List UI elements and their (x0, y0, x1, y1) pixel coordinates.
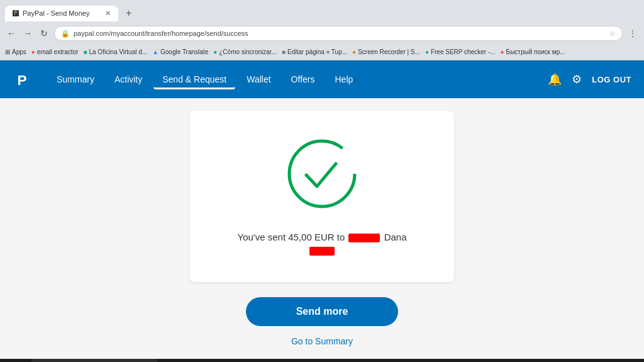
nav-links: Summary Activity Send & Request Wallet O… (48, 69, 548, 89)
tab-close-icon[interactable]: ✕ (105, 9, 111, 18)
bookmarks-bar: ⊞ Apps ● email extractor ■ La Oficina Vi… (0, 44, 644, 60)
go-to-summary-link[interactable]: Go to Summary (291, 336, 353, 346)
nav-wallet[interactable]: Wallet (238, 69, 279, 89)
browser-chrome: 🅿 PayPal - Send Money ✕ + ← → ↻ 🔒 paypal… (0, 0, 644, 60)
main-nav: P Summary Activity Send & Request Wallet… (0, 60, 644, 98)
nav-send-request[interactable]: Send & Request (153, 69, 235, 89)
bookmark-icon-2: ■ (83, 48, 87, 55)
star-icon[interactable]: ☆ (609, 30, 616, 38)
taskbar-b-app[interactable]: B (301, 359, 326, 362)
nav-help[interactable]: Help (326, 69, 362, 89)
success-checkmark (284, 136, 360, 212)
start-button[interactable] (0, 359, 31, 362)
action-buttons: Send more Go to Summary (246, 297, 399, 346)
taskbar-firefox[interactable] (273, 359, 298, 362)
tab-bar: 🅿 PayPal - Send Money ✕ + (0, 0, 644, 23)
bookmark-email-extractor[interactable]: ● email extractor (31, 48, 79, 55)
success-message: You've sent 45,00 EUR to Dana (228, 230, 416, 257)
active-tab[interactable]: 🅿 PayPal - Send Money ✕ (5, 6, 118, 21)
taskbar-mail[interactable] (328, 359, 353, 362)
bookmark-apps[interactable]: ⊞ Apps (5, 48, 26, 55)
taskbar-w-app[interactable]: W (384, 359, 409, 362)
bookmark-icon-1: ● (31, 48, 35, 55)
svg-text:P: P (18, 72, 27, 88)
new-tab-button[interactable]: + (121, 8, 136, 19)
bookmark-la-oficina[interactable]: ■ La Oficina Virtual d... (83, 48, 147, 55)
bookmark-google-translate[interactable]: ▲ Google Translate (152, 48, 208, 55)
bookmark-editor[interactable]: ■ Editar página « Tup... (282, 48, 347, 55)
taskbar-edge[interactable] (190, 359, 215, 362)
address-bar[interactable]: 🔒 paypal.com/myaccount/transfer/homepage… (54, 26, 623, 41)
redacted-name-2 (309, 247, 335, 256)
bookmark-sync[interactable]: ● ¿Cómo sincronizar... (213, 48, 277, 55)
logout-button[interactable]: LOG OUT (592, 75, 631, 84)
notifications-button[interactable]: 🔔 (548, 72, 562, 86)
taskbar-apps: B W (157, 359, 524, 362)
bookmark-screen-recorder[interactable]: ● Screen Recorder | S... (352, 48, 420, 55)
tab-title: PayPal - Send Money (23, 9, 89, 17)
taskbar: 🔍 Type here to search B W 📶 (0, 359, 644, 362)
main-content: You've sent 45,00 EUR to Dana Send more … (0, 98, 644, 359)
nav-activity[interactable]: Activity (106, 69, 151, 89)
apps-icon: ⊞ (5, 48, 10, 55)
bookmark-serp-checker[interactable]: ● Free SERP checker -... (425, 48, 496, 55)
nav-right: 🔔 ⚙ LOG OUT (548, 72, 631, 86)
bookmark-search[interactable]: ● Быстрый поиск мр... (501, 48, 565, 55)
url-text: paypal.com/myaccount/transfer/homepage/s… (74, 30, 606, 37)
browser-controls: ← → ↻ 🔒 paypal.com/myaccount/transfer/ho… (0, 23, 644, 44)
redacted-name-1 (348, 234, 380, 242)
recipient-name: Dana (384, 232, 407, 242)
svg-point-2 (289, 141, 355, 206)
taskbar-search[interactable]: 🔍 Type here to search (31, 359, 157, 362)
extensions-button[interactable]: ⋮ (626, 27, 639, 40)
bookmark-icon-7: ● (425, 48, 429, 55)
refresh-button[interactable]: ↻ (38, 27, 50, 40)
message-prefix: You've sent 45,00 EUR to (238, 232, 345, 242)
bookmark-icon-3: ▲ (152, 48, 158, 55)
taskbar-store[interactable] (245, 359, 270, 362)
bookmark-icon-8: ● (501, 48, 504, 55)
bookmark-icon-6: ● (352, 48, 356, 55)
nav-summary[interactable]: Summary (48, 69, 103, 89)
send-more-button[interactable]: Send more (246, 297, 399, 326)
success-card: You've sent 45,00 EUR to Dana (190, 111, 454, 282)
taskbar-task-view[interactable] (162, 359, 187, 362)
settings-button[interactable]: ⚙ (572, 72, 582, 86)
bookmark-icon-4: ● (213, 48, 217, 55)
bookmark-icon-5: ■ (282, 48, 286, 55)
taskbar-chrome[interactable] (356, 359, 381, 362)
forward-button[interactable]: → (21, 27, 34, 40)
back-button[interactable]: ← (5, 27, 18, 40)
taskbar-files[interactable] (218, 359, 243, 362)
paypal-app: P Summary Activity Send & Request Wallet… (0, 60, 644, 359)
nav-offers[interactable]: Offers (282, 69, 324, 89)
paypal-logo: P (13, 68, 35, 91)
